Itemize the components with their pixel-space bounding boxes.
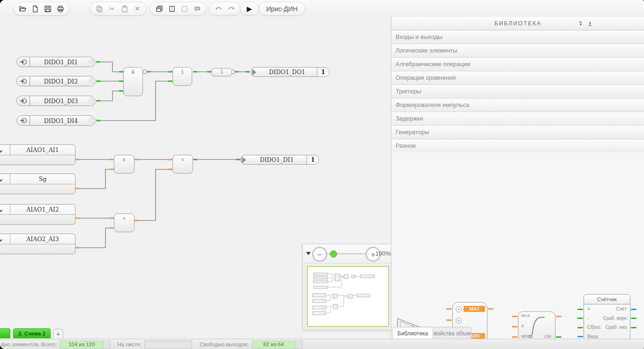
free-elements-label: дно элементов. Всего: [1, 341, 57, 347]
paste-button[interactable] [119, 3, 130, 15]
app-name-button[interactable]: Ирис-ДИН [262, 5, 301, 13]
zoom-slider-knob[interactable] [330, 250, 337, 258]
redo-button[interactable] [225, 3, 237, 15]
block-digital-output[interactable]: DIDO1_DI1 1 [240, 155, 319, 165]
gate-add[interactable]: + [114, 213, 135, 232]
undo-button[interactable] [213, 3, 224, 15]
collapse-all-icon[interactable] [578, 21, 584, 27]
insert-toolbar-group [150, 2, 207, 15]
free-outputs-label: Свободно выходов: [200, 341, 249, 347]
zoom-level: 100% [375, 250, 391, 257]
block-analog-input[interactable]: AIAO1_AI1 [0, 144, 75, 165]
print-button[interactable] [55, 3, 66, 15]
save-icon [44, 5, 52, 13]
block-analog-input[interactable]: AIAO1_AI2 [0, 204, 75, 225]
category-delays[interactable]: Задержки [391, 112, 644, 126]
redo-icon [227, 5, 235, 12]
gate-label: 1 [181, 69, 184, 85]
block-digital-input[interactable]: DIDO1_DI2 [16, 76, 92, 86]
limit-curve-icon [527, 314, 547, 338]
on-sheet-label: На листе: [117, 341, 142, 347]
minimap[interactable] [307, 266, 389, 327]
block-analog-input[interactable]: Sg [0, 174, 75, 194]
block-label: DIDO1_DI3 [30, 96, 92, 106]
zoom-out-button[interactable]: − [312, 247, 327, 262]
waveform-icon [0, 174, 10, 184]
digital-input-icon [17, 116, 30, 125]
library-panel: БИБЛИОТЕКА Входы и выходы Логические эле… [391, 17, 644, 349]
gate-and[interactable]: & [123, 67, 143, 96]
new-file-icon [31, 5, 39, 13]
delete-button[interactable]: ✕ [132, 3, 143, 15]
tab-schema-partial[interactable] [0, 328, 10, 338]
library-title: БИБЛИОТЕКА [494, 20, 542, 27]
expand-all-icon[interactable] [587, 21, 593, 27]
undo-icon [215, 5, 223, 12]
minimap-preview [308, 267, 386, 324]
max-badge: MAX [464, 306, 485, 312]
library-header: БИБЛИОТЕКА [391, 17, 644, 30]
copy-button[interactable] [94, 3, 105, 15]
category-compare[interactable]: Операции сравнения [391, 71, 644, 85]
field-stub [296, 341, 303, 349]
module-button[interactable] [154, 3, 165, 15]
insert-block-button[interactable] [166, 3, 178, 15]
free-elements-value: 104 из 120 [60, 341, 104, 349]
comment-button[interactable] [192, 3, 203, 15]
digital-input-icon [17, 57, 30, 67]
cut-button[interactable]: ✂ [106, 3, 118, 15]
windows-icon [156, 5, 163, 13]
gate-label: + [123, 215, 126, 232]
on-sheet-value [144, 341, 192, 349]
new-file-button[interactable] [30, 3, 41, 15]
gate-less-than[interactable]: < [172, 155, 193, 174]
app-window: ✂ ✕ ▶ Ирис-ДИН [0, 0, 644, 349]
value-badge: 1 [317, 68, 329, 76]
tab-library[interactable]: Библиотека [392, 327, 433, 340]
run-toolbar-group: ▶ [240, 2, 259, 15]
gate-or[interactable]: 1 [172, 67, 192, 86]
block-label: DIDO1_DO1 [257, 68, 317, 76]
paste-icon [121, 5, 128, 13]
block-digital-input[interactable]: DIDO1_DI3 [16, 96, 92, 106]
waveform-icon [0, 234, 10, 244]
block-label: AIAO1_AI2 [10, 205, 75, 214]
lib-item-limits[interactable]: MAX X MIN LIM [518, 311, 555, 342]
category-logic[interactable]: Логические элементы [391, 44, 644, 58]
field-stub [104, 341, 111, 349]
close-icon: ✕ [135, 5, 140, 12]
gate-not[interactable]: 1 [211, 68, 232, 76]
category-misc[interactable]: Разное [391, 139, 644, 153]
collapse-panel-icon[interactable] [306, 252, 311, 255]
block-label: AIAO1_AI1 [10, 145, 75, 155]
frame-icon [181, 5, 188, 13]
block-label: DIDO1_DI1 [247, 155, 307, 164]
block-analog-input[interactable]: AIAO2_AI3 [0, 234, 75, 254]
value-badge: 1 [307, 155, 319, 164]
status-bar: дно элементов. Всего: 104 из 120 На лист… [0, 339, 644, 349]
open-file-button[interactable] [17, 3, 28, 15]
print-icon [57, 5, 64, 13]
scissors-icon: ✂ [109, 5, 115, 13]
category-triggers[interactable]: Триггеры [391, 85, 644, 99]
file-toolbar-group [13, 2, 70, 15]
save-button[interactable] [42, 3, 53, 15]
add-schema-button[interactable]: + [53, 329, 63, 339]
category-algebra[interactable]: Алгебраические операции [391, 58, 644, 71]
category-inputs-outputs[interactable]: Входы и выходы [391, 30, 644, 44]
gate-label: x [123, 157, 126, 173]
comment-icon [194, 5, 201, 13]
input-notch-icon [242, 157, 246, 163]
run-button[interactable]: ▶ [244, 3, 255, 15]
block-digital-input[interactable]: DIDO1_DI4 [16, 115, 92, 126]
block-ports-icon [168, 5, 176, 13]
gate-multiply[interactable]: x [114, 155, 135, 174]
category-generators[interactable]: Генераторы [391, 126, 644, 139]
block-digital-output[interactable]: DIDO1_DO1 1 [251, 67, 329, 77]
block-digital-input[interactable]: DIDO1_DI1 [16, 57, 92, 67]
category-pulse-formers[interactable]: Формирователи импульса [391, 99, 644, 112]
block-label: DIDO1_DI1 [30, 57, 92, 67]
copy-icon [96, 5, 103, 13]
insert-frame-button[interactable] [179, 3, 190, 15]
tab-schema-active[interactable]: 2. Схема 2 [13, 328, 51, 338]
